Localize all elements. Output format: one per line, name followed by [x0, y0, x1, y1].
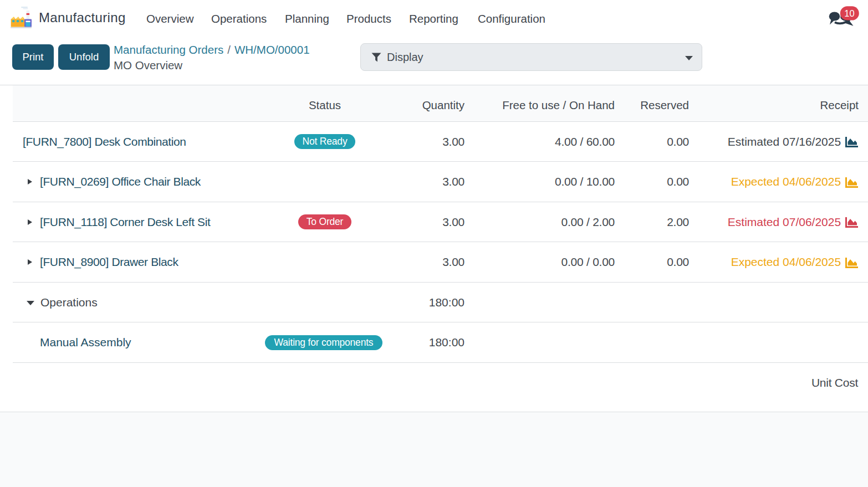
svg-text:10: 10	[844, 8, 854, 18]
